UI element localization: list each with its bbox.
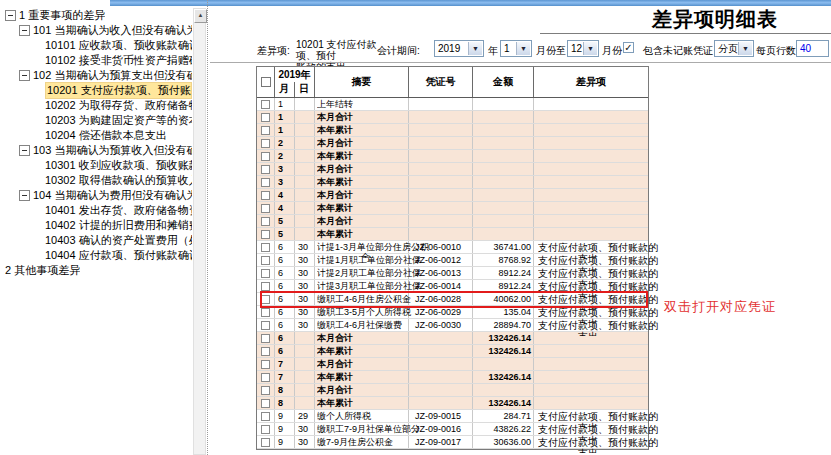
chevron-down-icon[interactable]: ▼ <box>516 42 530 55</box>
row-checkbox[interactable] <box>261 191 270 200</box>
collapse-icon[interactable] <box>19 190 30 201</box>
table-row[interactable]: 5 本月合计 <box>257 215 648 228</box>
tree-item-label: 10402 计提的折旧费用和摊销费用 <box>45 218 192 233</box>
row-checkbox[interactable] <box>261 152 270 161</box>
table-row[interactable]: 9 29 缴个人所得税 JZ-09-0015 284.71 支付应付款项、预付账… <box>257 410 648 423</box>
chevron-down-icon[interactable]: ▼ <box>468 42 482 55</box>
table-row[interactable]: 3 本年累计 <box>257 176 648 189</box>
table-row[interactable]: 3 本月合计 <box>257 163 648 176</box>
row-checkbox[interactable] <box>261 386 270 395</box>
month-from-select[interactable]: 1 ▼ <box>500 40 532 57</box>
tree-item[interactable]: 10404 应付款项、预付账款确认的费用 <box>0 248 192 263</box>
table-row[interactable]: 6 30 计提3月职工单位部分社保 JZ-06-0014 8912.24 支付应… <box>257 280 648 293</box>
row-checkbox[interactable] <box>261 308 270 317</box>
include-unposted-checkbox[interactable]: ✓ <box>623 42 634 53</box>
row-checkbox[interactable] <box>261 399 270 408</box>
table-row[interactable]: 2 本年累计 <box>257 150 648 163</box>
row-checkbox[interactable] <box>261 321 270 330</box>
tree-item[interactable]: 2 其他事项差异 <box>0 263 192 278</box>
row-checkbox[interactable] <box>261 347 270 356</box>
table-row[interactable]: 9 30 缴7-9月住房公积金 JZ-09-0017 30636.00 支付应付… <box>257 436 648 449</box>
table-row[interactable]: 8 本年累计 132426.14 <box>257 397 648 410</box>
tree-item[interactable]: 10402 计提的折旧费用和摊销费用 <box>0 218 192 233</box>
diff-item-cell <box>534 137 648 149</box>
row-checkbox[interactable] <box>261 126 270 135</box>
month-cell: 4 <box>275 189 295 201</box>
table-row[interactable]: 1 上年结转 <box>257 98 648 111</box>
row-checkbox[interactable] <box>261 334 270 343</box>
day-cell: 30 <box>295 241 315 253</box>
collapse-icon[interactable] <box>19 70 30 81</box>
row-checkbox[interactable] <box>261 412 270 421</box>
amount-cell: 43826.22 <box>473 423 534 435</box>
select-all-checkbox[interactable] <box>261 77 271 87</box>
month-to-select[interactable]: 12 ▼ <box>567 40 599 57</box>
table-row[interactable]: 4 本月合计 <box>257 189 648 202</box>
tree-item[interactable]: 10301 收到应收款项、预收账款确认的预 <box>0 158 192 173</box>
tree-scrollbar[interactable]: ▲ <box>193 8 206 455</box>
row-checkbox[interactable] <box>261 269 270 278</box>
chevron-down-icon[interactable]: ▼ <box>583 42 597 55</box>
table-row[interactable]: 9 30 缴职工7-9月社保单位部分 JZ-09-0016 43826.22 支… <box>257 423 648 436</box>
table-row[interactable]: 6 本年累计 132426.14 <box>257 345 648 358</box>
row-checkbox[interactable] <box>261 230 270 239</box>
collapse-icon[interactable] <box>19 145 30 156</box>
tree-item[interactable]: 10102 接受非货币性资产捐赠确认的收入 <box>0 53 192 68</box>
table-row[interactable]: 6 30 缴职工4-6月住房公积金 JZ-06-0028 40062.00 支付… <box>257 293 648 306</box>
row-checkbox[interactable] <box>261 295 270 304</box>
table-row[interactable]: 6 30 计提1月职工单位部分社保 JZ-06-0012 8768.92 支付应… <box>257 254 648 267</box>
tree-item[interactable]: 10403 确认的资产处置费用（处置资产价 <box>0 233 192 248</box>
row-checkbox[interactable] <box>261 438 270 447</box>
tree-item[interactable]: 10204 偿还借款本息支出 <box>0 128 192 143</box>
tree-item[interactable]: 10202 为取得存货、政府储备物资等计入 <box>0 98 192 113</box>
tree-item[interactable]: 103 当期确认为预算收入但没有确认为收入 <box>0 143 192 158</box>
row-checkbox[interactable] <box>261 282 270 291</box>
paging-mode-select[interactable]: 分页 ▼ <box>714 40 754 57</box>
collapse-icon[interactable] <box>5 10 16 21</box>
year-select[interactable]: 2019 ▼ <box>434 40 484 57</box>
row-checkbox[interactable] <box>261 113 270 122</box>
day-cell <box>295 371 315 383</box>
tree-item[interactable]: 1 重要事项的差异 <box>0 8 192 23</box>
row-checkbox[interactable] <box>261 373 270 382</box>
row-checkbox[interactable] <box>261 243 270 252</box>
table-row[interactable]: 1 本年累计 <box>257 124 648 137</box>
tree-item[interactable]: 101 当期确认为收入但没有确认为预算收入 <box>0 23 192 38</box>
table-row[interactable]: 6 30 缴职工4-6月社保缴费 JZ-06-0030 28894.70 支付应… <box>257 319 648 332</box>
tree-item[interactable]: 102 当期确认为预算支出但没有确认为费用 <box>0 68 192 83</box>
table-row[interactable]: 1 本月合计 <box>257 111 648 124</box>
table-row[interactable]: 8 本月合计 <box>257 384 648 397</box>
chevron-down-icon[interactable]: ▼ <box>738 42 752 55</box>
tree-item[interactable]: 10203 为购建固定资产等的资本性支出 <box>0 113 192 128</box>
table-row[interactable]: 6 30 计提2月职工单位部分社保 JZ-06-0013 8912.24 支付应… <box>257 267 648 280</box>
row-checkbox[interactable] <box>261 256 270 265</box>
table-row[interactable]: 4 本年累计 <box>257 202 648 215</box>
row-checkbox[interactable] <box>261 204 270 213</box>
row-checkbox[interactable] <box>261 360 270 369</box>
row-checkbox[interactable] <box>261 100 270 109</box>
row-checkbox[interactable] <box>261 217 270 226</box>
row-checkbox[interactable] <box>261 178 270 187</box>
diff-item-header: 差异项 <box>534 67 648 97</box>
table-row[interactable]: 6 30 计提1-3月单位部分住房公积金 JZ-06-0010 36741.00… <box>257 241 648 254</box>
summary-cell: 本年累计 <box>315 202 409 214</box>
tree-item[interactable]: 10302 取得借款确认的预算收入 <box>0 173 192 188</box>
row-checkbox[interactable] <box>261 165 270 174</box>
rows-per-page-input[interactable]: 40 <box>796 40 829 57</box>
tree-item[interactable]: 10401 发出存货、政府储备物资等确认的 <box>0 203 192 218</box>
summary-cell: 缴职工4-6月住房公积金 <box>315 293 409 305</box>
tree-item[interactable]: 10101 应收款项、预收账款确认的收入 <box>0 38 192 53</box>
row-checkbox[interactable] <box>261 425 270 434</box>
table-row[interactable]: 7 本年累计 132426.14 <box>257 371 648 384</box>
collapse-icon[interactable] <box>19 25 30 36</box>
table-row[interactable]: 5 本年累计 <box>257 228 648 241</box>
table-row[interactable]: 6 30 缴职工3-5月个人所得税 JZ-06-0029 135.04 支付应付… <box>257 306 648 319</box>
table-row[interactable]: 2 本月合计 <box>257 137 648 150</box>
table-row[interactable]: 6 本月合计 132426.14 <box>257 332 648 345</box>
scroll-up-arrow-icon[interactable]: ▲ <box>194 9 207 23</box>
tree-item[interactable]: 10201 支付应付款项、预付账款的支出 <box>0 83 192 98</box>
month-cell: 1 <box>275 124 295 136</box>
table-row[interactable]: 7 本月合计 <box>257 358 648 371</box>
tree-item[interactable]: 104 当期确认为费用但没有确认为预算支出 <box>0 188 192 203</box>
row-checkbox[interactable] <box>261 139 270 148</box>
